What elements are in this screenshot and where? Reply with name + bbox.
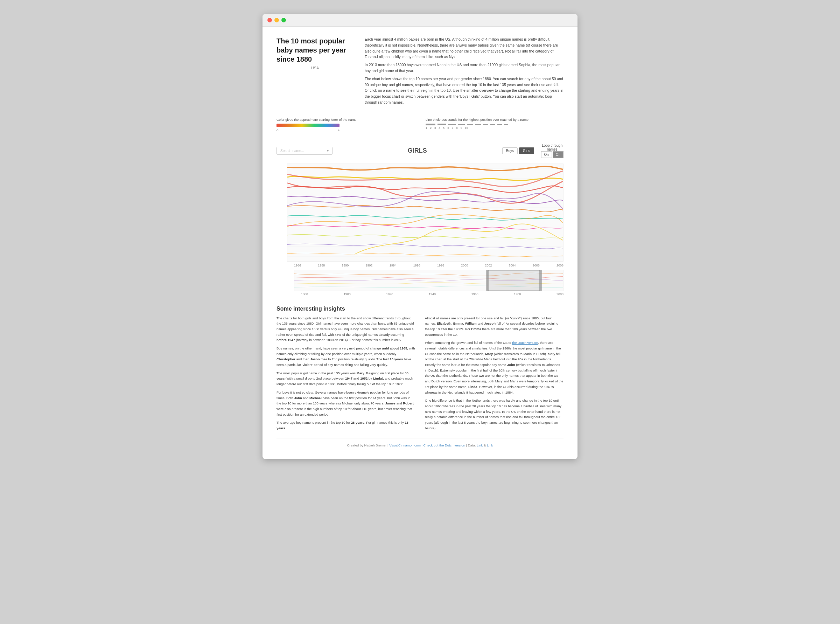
thickness-legend-items <box>425 124 564 125</box>
bold-elizabeth: Elizabeth <box>437 321 452 325</box>
overview-tick-1960: 1960 <box>472 292 478 296</box>
boys-button[interactable]: Boys <box>502 147 518 154</box>
overview-tick-1980: 1980 <box>514 292 521 296</box>
x-tick-1986: 1986 <box>294 264 301 267</box>
thickness-line-8 <box>490 124 495 125</box>
bold-emma: Emma <box>453 321 463 325</box>
bold-emma2: Emma <box>471 327 481 331</box>
overview-tick-2000: 2000 <box>556 292 564 296</box>
bold-james: James <box>385 401 396 405</box>
bold-1947-1952: 1947 and 1952 <box>345 377 367 380</box>
visual-cinnamon-link[interactable]: VisualCinnamon.com <box>389 443 421 447</box>
controls-bar: Search name... ▾ GIRLS Boys Girls Loop t… <box>276 142 564 160</box>
main-chart-svg <box>287 164 563 261</box>
chart-with-yaxis: 1 2 3 4 5 6 7 8 9 10 <box>287 164 564 263</box>
bold-mary: Mary <box>357 371 364 375</box>
chart-container: Position in Top 10 1 2 3 4 5 6 7 8 9 10 <box>287 164 564 267</box>
bold-before-1947: before 1947 <box>276 338 295 342</box>
intro-p3: The chart below shows the top 10 names p… <box>365 76 564 105</box>
bold-jason: Jason <box>310 357 319 361</box>
dutch-version-link[interactable]: the Dutch version <box>512 341 538 344</box>
insight-p1: The charts for both girls and boys from … <box>276 315 415 343</box>
bold-joseph: Joseph <box>484 321 496 325</box>
thickness-line-5 <box>467 124 473 125</box>
insight-p2: Boy names, on the other hand, have seen … <box>276 346 415 368</box>
data-link-2[interactable]: Link <box>487 443 493 447</box>
gender-display: GIRLS <box>339 147 495 154</box>
insight-col2-p1: Almost all names are only present for on… <box>425 315 564 338</box>
color-legend-title: Color gives the approximate starting let… <box>276 117 415 122</box>
x-tick-1988: 1988 <box>318 264 325 267</box>
thickness-line-9 <box>497 124 502 125</box>
titlebar <box>262 14 578 26</box>
thickness-num-8: 8 <box>456 127 458 130</box>
footer-ampersand: & <box>484 443 487 447</box>
bold-16-years: 16 years <box>276 420 408 430</box>
svg-rect-12 <box>539 270 542 290</box>
bold-until-1965: until about 1965 <box>382 346 407 350</box>
thickness-line-6 <box>475 124 481 125</box>
legend-section: Color gives the approximate starting let… <box>276 114 564 135</box>
boys-girls-toggle: Boys Girls <box>502 147 534 154</box>
main-chart-wrapper: Position in Top 10 1 2 3 4 5 6 7 8 9 10 <box>287 164 564 267</box>
bold-robert: Robert <box>403 401 414 405</box>
title-block: The 10 most popular baby names per year … <box>276 36 353 108</box>
bold-linda2: Linda <box>468 385 477 389</box>
overview-section: 1880 1900 1920 1940 1960 1980 2000 <box>294 270 564 296</box>
x-tick-2008: 2008 <box>556 264 564 267</box>
overview-chart[interactable] <box>294 270 564 291</box>
header-section: The 10 most popular baby names per year … <box>276 36 564 108</box>
svg-rect-10 <box>488 270 540 290</box>
thickness-line-1 <box>425 124 435 125</box>
overview-tick-1920: 1920 <box>386 292 393 296</box>
dutch-version-footer-link[interactable]: Check out the Dutch version <box>424 443 465 447</box>
insight-p3: The most popular girl name in the past 1… <box>276 371 415 387</box>
on-button[interactable]: On <box>541 151 552 158</box>
loop-label: Loop throughnames <box>541 144 564 151</box>
search-box[interactable]: Search name... ▾ <box>276 147 333 155</box>
color-label-a: A <box>276 128 278 131</box>
bold-michael: Michael <box>310 396 322 400</box>
footer-created: Created by Nadieh Bremer | <box>347 443 389 447</box>
overview-x-axis: 1880 1900 1920 1940 1960 1980 2000 <box>294 292 564 296</box>
intro-p1: Each year almost 4 million babies are bo… <box>365 36 564 60</box>
girls-button[interactable]: Girls <box>519 147 534 154</box>
bold-john2: John <box>507 363 515 367</box>
close-dot[interactable] <box>267 18 272 22</box>
thickness-line-10 <box>504 124 508 125</box>
insight-p4: For boys it is not so clear. Several nam… <box>276 390 415 417</box>
minimize-dot[interactable] <box>274 18 279 22</box>
search-dropdown-icon[interactable]: ▾ <box>327 149 329 153</box>
insights-columns: The charts for both girls and boys from … <box>276 315 564 434</box>
x-tick-2006: 2006 <box>533 264 540 267</box>
app-window: The 10 most popular baby names per year … <box>262 14 578 459</box>
bold-linda: Linda <box>373 377 382 380</box>
x-tick-1992: 1992 <box>366 264 373 267</box>
insights-col-2: Almost all names are only present for on… <box>425 315 564 434</box>
insight-col2-p3: One big difference is that in the Nether… <box>425 398 564 431</box>
main-chart-area[interactable] <box>287 164 564 262</box>
thickness-num-1: 1 <box>425 127 427 130</box>
insight-p5: The average boy name is present in the t… <box>276 420 415 431</box>
thickness-legend-block: Line thickness stands for the highest po… <box>425 117 564 131</box>
main-content: The 10 most popular baby names per year … <box>262 26 578 459</box>
maximize-dot[interactable] <box>281 18 286 22</box>
insights-section: Some interesting insights The charts for… <box>276 302 564 434</box>
thickness-num-5: 5 <box>443 127 444 130</box>
search-placeholder: Search name... <box>281 149 304 153</box>
bold-william: William <box>465 321 477 325</box>
bold-john: John <box>294 396 302 400</box>
overview-svg <box>294 270 563 290</box>
thickness-line-2 <box>438 124 446 125</box>
on-off-toggle: On Off <box>541 151 564 158</box>
x-tick-1998: 1998 <box>437 264 444 267</box>
data-link-1[interactable]: Link <box>477 443 482 447</box>
overview-tick-1940: 1940 <box>429 292 436 296</box>
svg-rect-11 <box>486 270 489 290</box>
x-axis: 1986 1988 1990 1992 1994 1996 1998 2000 … <box>287 263 564 267</box>
thickness-num-9: 9 <box>461 127 462 130</box>
color-legend-block: Color gives the approximate starting let… <box>276 117 415 131</box>
off-button[interactable]: Off <box>553 151 564 158</box>
color-label-z: Z <box>338 128 339 131</box>
thickness-line-4 <box>458 124 465 125</box>
